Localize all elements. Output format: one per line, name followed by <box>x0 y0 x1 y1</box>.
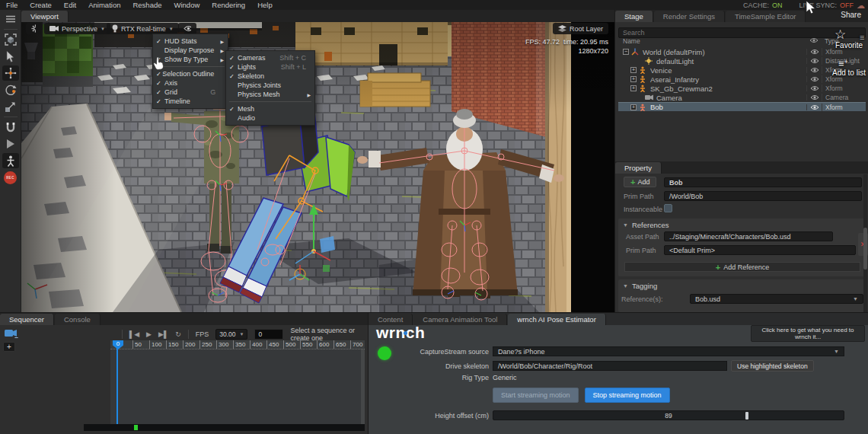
selection-tool-icon[interactable] <box>2 32 19 47</box>
height-offset-slider[interactable]: 89 <box>493 410 844 420</box>
scale-tool-icon[interactable] <box>2 99 19 114</box>
references-header[interactable]: ▼ References <box>623 221 669 229</box>
menu-item-mesh[interactable]: ✓Mesh <box>226 104 314 113</box>
timeline-playhead[interactable]: 0 <box>113 340 123 349</box>
property-scrollbar[interactable] <box>863 174 867 321</box>
menu-item-timeline[interactable]: ✓Timeline▶ <box>153 97 228 106</box>
stage-search-input[interactable] <box>618 27 866 38</box>
snap-magnet-icon[interactable] <box>2 120 19 135</box>
property-add-button[interactable]: +Add <box>624 177 656 187</box>
tree-row-sk-gb-crewman2[interactable]: + SK_Gb_Crewman2 Xform <box>618 84 866 93</box>
timeline-range-bar[interactable] <box>84 424 365 431</box>
timeline-ruler[interactable]: 0 50 100 150 200 250 300 350 400 450 500… <box>110 340 365 349</box>
menu-item-grid[interactable]: ✓GridG▶ <box>153 88 228 97</box>
live-sync-status[interactable]: OFF <box>840 2 854 9</box>
menu-create[interactable]: Create <box>24 0 58 10</box>
instanceable-checkbox[interactable] <box>664 204 672 212</box>
tab-viewport[interactable]: Viewport <box>21 11 69 22</box>
viewport-settings-button[interactable] <box>26 23 41 34</box>
references-dropdown[interactable]: Bob.usd▼ <box>690 294 863 304</box>
rotate-tool-icon[interactable] <box>2 82 19 97</box>
menu-item-audio[interactable]: ✓Audio <box>226 113 314 123</box>
tree-row-camera[interactable]: + Camera Camera <box>618 93 866 102</box>
tab-console[interactable]: Console <box>55 314 101 325</box>
menu-item-hud-stats[interactable]: ✓HUD Stats▶ <box>153 37 228 46</box>
character-pose-icon[interactable] <box>2 153 19 168</box>
move-tool-icon[interactable] <box>2 65 19 81</box>
tab-stage[interactable]: Stage <box>615 11 653 22</box>
tree-row-venice[interactable]: + Venice Xform <box>618 65 866 75</box>
drive-skeleton-field[interactable]: /World/Bob/Character/Rig/Root <box>493 361 727 371</box>
rig-type-value[interactable]: Generic <box>493 374 517 381</box>
capture-source-dropdown[interactable]: Dane?s iPhone▼ <box>493 346 844 356</box>
loop-button[interactable]: ↻ <box>175 330 181 338</box>
tree-row-world[interactable]: − World (defaultPrim) Xform <box>618 47 866 56</box>
menu-help[interactable]: Help <box>251 0 279 10</box>
menu-window[interactable]: Window <box>168 0 206 10</box>
wrnch-logo-dot <box>404 331 407 335</box>
menu-item-lights[interactable]: ✓LightsShift + L <box>226 62 314 72</box>
play-button[interactable]: ▶ <box>146 330 152 338</box>
camera-mode-button[interactable]: Perspective ▼ <box>44 23 110 34</box>
timeline-body[interactable] <box>110 349 365 424</box>
add-to-list-icon[interactable]: ≡+ <box>838 58 848 69</box>
show-by-type-submenu: ✓CamerasShift + C ✓LightsShift + L ✓Skel… <box>225 50 315 126</box>
tab-render-settings[interactable]: Render Settings <box>654 11 725 22</box>
tab-property[interactable]: Property <box>615 162 662 174</box>
fps-dropdown[interactable]: 30.00▼ <box>215 329 247 340</box>
sequence-camera-icon[interactable] <box>5 328 18 338</box>
tab-timesample-editor[interactable]: TimeSample Editor <box>726 11 806 22</box>
tree-row-aserai-infantry[interactable]: + Aserai_Infantry Xform <box>618 75 866 84</box>
menu-item-cameras[interactable]: ✓CamerasShift + C <box>226 53 314 62</box>
current-frame-field[interactable] <box>254 329 283 340</box>
rig-type-row: Rig Type Generic <box>371 374 858 381</box>
viewport-scene[interactable] <box>21 21 614 312</box>
skip-to-start-button[interactable]: ▌◀ <box>129 330 139 338</box>
select-cursor-tool-icon[interactable] <box>2 49 19 64</box>
skip-to-end-button[interactable]: ▶▌ <box>158 330 168 338</box>
prim-path-field[interactable]: /World/Bob <box>664 191 862 201</box>
menu-file[interactable]: File <box>0 0 24 10</box>
wrnch-promo-button[interactable]: Click here to get what you need to wrnch… <box>751 325 865 342</box>
add-reference-button[interactable]: +Add Reference <box>624 262 860 272</box>
menu-item-display-purpose[interactable]: ✓Display Purpose▶ <box>153 46 228 55</box>
menu-item-selection-outline[interactable]: ✓Selection Outline▶ <box>153 69 228 78</box>
menu-edit[interactable]: Edit <box>58 0 82 10</box>
asset-path-field[interactable]: ../Staging/Minecraft/Characters/Bob.usd <box>664 231 833 241</box>
tab-content[interactable]: Content <box>369 314 413 325</box>
tagging-header[interactable]: ▼ Tagging <box>623 282 657 290</box>
renderer-button[interactable]: RTX Real-time ▼ <box>107 23 179 34</box>
tab-camera-animation-tool[interactable]: Camera Animation Tool <box>413 314 507 325</box>
start-streaming-button[interactable]: Start streaming motion <box>493 388 579 403</box>
timeline-scrollbar[interactable] <box>361 349 365 424</box>
stop-streaming-button[interactable]: Stop streaming motion <box>585 388 670 403</box>
menu-animation[interactable]: Animation <box>82 0 126 10</box>
cloud-icon[interactable]: ☁ <box>857 2 865 9</box>
play-icon[interactable] <box>2 136 19 152</box>
options-hamburger-icon[interactable]: ≡ <box>860 33 864 42</box>
plus-icon: + <box>630 178 635 186</box>
tree-row-bob[interactable]: + Bob Xform <box>618 102 866 111</box>
tab-wrnch-ai-pose-estimator[interactable]: wrnch AI Pose Estimator <box>508 314 605 325</box>
tab-sequencer[interactable]: Sequencer <box>0 314 54 325</box>
range-marker[interactable] <box>134 425 138 430</box>
tree-row-defaultlight[interactable]: + defaultLight DistantLight <box>618 56 866 65</box>
add-to-list-label: Add to list <box>832 69 866 77</box>
hamburger-menu-icon[interactable] <box>2 11 19 27</box>
prim-name-field[interactable]: Bob <box>664 177 862 187</box>
add-track-button[interactable]: + <box>3 342 15 352</box>
menu-reshade[interactable]: Reshade <box>126 0 168 10</box>
record-button[interactable]: REC <box>4 171 17 184</box>
use-highlighted-skeleton-button[interactable]: Use highlighted skeleton <box>731 360 814 372</box>
menu-item-axis[interactable]: ✓Axis▶ <box>153 78 228 88</box>
menu-rendering[interactable]: Rendering <box>206 0 251 10</box>
menu-item-skeleton[interactable]: ✓Skeleton <box>226 72 314 81</box>
root-layer-button[interactable]: Root Layer <box>553 23 608 34</box>
menu-item-physics-mesh[interactable]: ✓Physics Mesh▶ <box>226 90 314 99</box>
ref-prim-path-field[interactable]: <Default Prim> <box>664 245 856 255</box>
favorite-star-icon[interactable]: ☆ <box>834 27 846 43</box>
visibility-eye-button[interactable] <box>178 23 196 34</box>
share-button[interactable]: Share <box>841 11 861 19</box>
menu-item-physics-joints[interactable]: ✓Physics Joints <box>226 81 314 90</box>
slider-handle[interactable] <box>745 412 748 420</box>
